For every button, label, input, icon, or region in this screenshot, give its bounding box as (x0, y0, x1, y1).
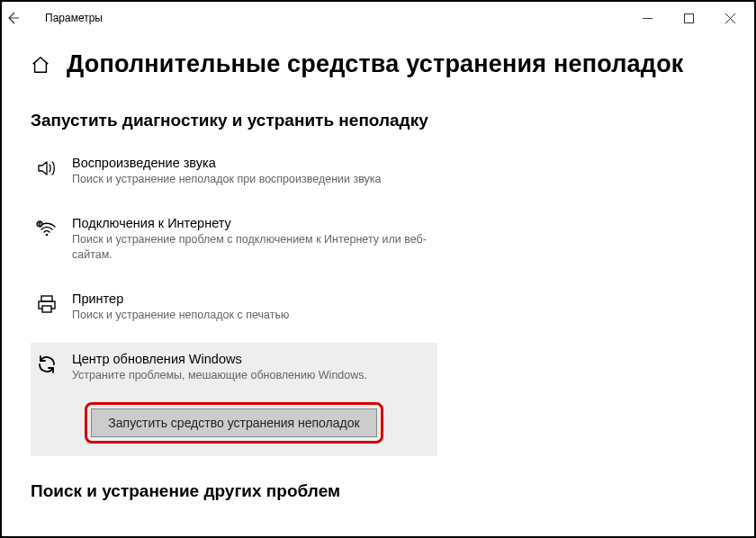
item-title: Принтер (72, 291, 432, 306)
svg-point-1 (46, 234, 49, 237)
content-area: Запустить диагностику и устранить непола… (2, 85, 754, 501)
item-title: Подключения к Интернету (72, 216, 432, 230)
item-title: Центр обновления Windows (72, 352, 432, 366)
troubleshooter-audio[interactable]: Воспроизведение звука Поиск и устранение… (31, 147, 437, 196)
svg-rect-4 (41, 296, 52, 301)
speaker-icon (36, 157, 58, 179)
item-desc: Поиск и устранение неполадок при воспрои… (72, 172, 432, 187)
update-icon (36, 354, 58, 375)
section-run-diagnostics: Запустить диагностику и устранить непола… (31, 111, 725, 130)
minimize-button[interactable] (626, 4, 668, 31)
item-desc: Поиск и устранение неполадок с печатью (72, 308, 432, 323)
page-title: Дополнительные средства устранения непол… (67, 50, 684, 78)
run-button-container: Запустить средство устранения неполадок (31, 397, 437, 456)
maximize-button[interactable] (668, 4, 709, 31)
highlight-annotation: Запустить средство устранения неполадок (85, 402, 382, 444)
svg-rect-0 (684, 13, 693, 22)
run-troubleshooter-button[interactable]: Запустить средство устранения неполадок (91, 408, 376, 437)
home-icon (31, 55, 50, 75)
troubleshooter-list: Воспроизведение звука Поиск и устранение… (31, 147, 725, 456)
item-desc: Устраните проблемы, мешающие обновлению … (72, 368, 432, 383)
svg-rect-6 (42, 306, 51, 312)
page-header: Дополнительные средства устранения непол… (2, 34, 754, 85)
section-other-problems: Поиск и устранение других проблем (31, 481, 725, 501)
titlebar: Параметры (2, 2, 754, 34)
wifi-icon (36, 218, 58, 239)
printer-icon (36, 293, 58, 315)
back-button[interactable] (5, 11, 41, 25)
troubleshooter-internet[interactable]: Подключения к Интернету Поиск и устранен… (31, 207, 437, 272)
close-button[interactable] (709, 4, 751, 31)
troubleshooter-windows-update[interactable]: Центр обновления Windows Устраните пробл… (31, 343, 437, 397)
home-button[interactable] (31, 55, 50, 75)
maximize-icon (684, 13, 694, 23)
window-controls (626, 4, 751, 31)
window-title: Параметры (45, 12, 103, 24)
close-icon (725, 13, 735, 23)
troubleshooter-printer[interactable]: Принтер Поиск и устранение неполадок с п… (31, 282, 437, 332)
item-title: Воспроизведение звука (72, 156, 432, 170)
item-desc: Поиск и устранение проблем с подключение… (72, 232, 432, 263)
minimize-icon (643, 13, 652, 23)
arrow-left-icon (5, 11, 20, 25)
